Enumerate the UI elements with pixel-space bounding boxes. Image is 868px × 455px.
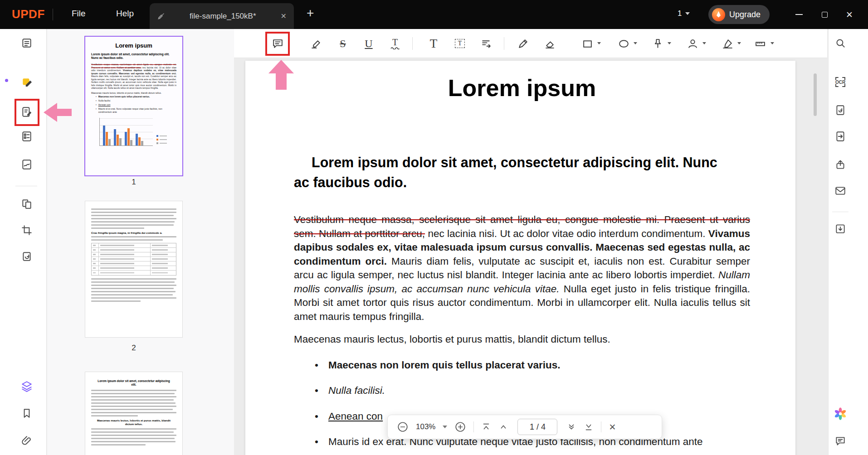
signature-dropdown[interactable] [737,42,741,44]
organize-pages-button[interactable] [19,196,35,212]
page-refresh-button[interactable] [832,102,848,118]
rail-divider [832,212,848,212]
squiggly-underline-tool[interactable]: T [386,35,404,52]
document-title: Lorem ipsum [294,74,750,102]
document-scrollbar[interactable] [814,73,817,116]
titlebar-divider [53,9,53,20]
eraser-icon [544,38,556,49]
zoom-level: 103% [416,422,435,431]
window-count-dropdown[interactable]: 1 [678,9,690,18]
last-page-button[interactable] [584,422,594,432]
document-heading: Lorem ipsum dolor sit amet, consectetur … [294,152,720,192]
minimize-icon [795,14,803,15]
close-window-button[interactable]: ✕ [841,8,858,21]
text-comment-tool[interactable]: T [425,35,442,52]
edit-disabled-icon [157,12,165,20]
first-page-button[interactable] [481,422,491,432]
feedback-chat-button[interactable] [832,433,848,449]
thumb-table-row [92,243,176,248]
maximize-button[interactable] [816,8,833,21]
ai-assistant-button[interactable] [832,406,848,422]
text-box-tool[interactable]: T [451,35,468,52]
underline-icon: U [365,38,372,50]
thumbnail-page-3[interactable]: Lorem ipsum dolor sit amet, consectetur … [85,372,183,455]
thumb-table-row [92,266,176,271]
mail-icon [834,185,846,197]
comment-mode-button[interactable] [19,74,35,91]
page-arrow-icon [834,131,846,142]
stamp-dropdown[interactable] [702,42,706,44]
share-button[interactable] [832,156,848,173]
typewriter-tool[interactable] [478,35,495,52]
forms-icon [21,131,33,142]
chevron-up-icon [498,422,508,432]
page-refresh-icon [834,104,846,116]
ellipse-dropdown[interactable] [634,42,637,44]
page-indicator[interactable]: 1 / 4 [517,419,557,435]
forms-button[interactable] [19,128,35,145]
thumb-text-line [91,441,176,442]
zoom-toolbar: 103% 1 / 4 ✕ [387,415,662,439]
mail-button[interactable] [832,183,848,199]
tab-title: file-sample_150kB* [170,12,276,21]
measure-dropdown[interactable] [770,42,774,44]
highlight-tool[interactable] [307,35,325,52]
zoom-in-button[interactable] [454,421,466,433]
ellipse-tool[interactable] [615,35,632,52]
page-up-button[interactable] [498,422,508,432]
zoom-dropdown[interactable] [443,426,447,428]
thumbnail-page-2[interactable]: Cras fringilla ipsum magna, in fringilla… [85,201,183,338]
layers-button[interactable] [19,378,35,394]
comment-marker-icon [21,77,33,88]
zoom-in-icon [454,421,466,433]
save-button[interactable] [832,221,848,237]
document-viewport: Lorem ipsum Lorem ipsum dolor sit amet, … [234,58,827,455]
crop-button[interactable] [19,222,35,238]
thumb-text-line [91,212,176,213]
bookmark-button[interactable] [19,405,35,421]
zoom-out-button[interactable] [397,421,409,433]
tab-close-icon[interactable]: ✕ [281,12,287,20]
thumb1-paragraph2: Maecenas mauris lectus, lobortis et puru… [91,92,176,95]
strikethrough-tool[interactable]: S [334,35,351,52]
reader-mode-button[interactable] [19,35,35,51]
eraser-tool[interactable] [541,35,558,52]
attachment-button[interactable] [19,433,35,449]
signature-page-icon [21,159,33,170]
thumbnail-page-1[interactable]: Lorem ipsum Lorem ipsum dolor sit amet, … [84,36,183,176]
thumb3-text-block [91,428,176,445]
new-tab-button[interactable]: + [307,6,314,20]
pin-tool[interactable] [649,35,666,52]
thumb-text-line [91,215,174,216]
rectangle-tool[interactable] [579,35,596,52]
chat-bubble-icon [834,435,846,447]
strikethrough-icon: S [340,38,346,50]
highlighter-icon [311,38,322,49]
upgrade-button[interactable]: Upgrade [708,5,770,24]
signature-tool[interactable] [719,35,736,52]
zoombar-close-button[interactable]: ✕ [609,422,616,432]
stamp-tool[interactable] [684,35,701,52]
underline-tool[interactable]: U [360,35,377,52]
thumb2-heading: Cras fringilla ipsum magna, in fringilla… [91,232,176,234]
pencil-tool[interactable] [514,35,532,52]
thumb-text-line [91,428,176,430]
thumb-text-line [91,208,176,210]
pin-dropdown[interactable] [668,42,671,44]
ocr-button[interactable]: OCR [832,74,848,90]
ruler-icon [755,38,766,49]
menu-file[interactable]: File [72,9,86,19]
rectangle-dropdown[interactable] [597,42,601,44]
thumb-text-line [91,228,144,229]
sign-button[interactable] [19,156,35,173]
page-export-button[interactable] [832,128,848,145]
page-down-button[interactable] [566,422,576,432]
measure-tool[interactable] [751,35,769,52]
document-tab[interactable]: file-sample_150kB* ✕ [150,3,294,29]
minimize-button[interactable] [791,8,807,21]
search-button[interactable] [832,35,848,51]
thumb-text-line [91,399,174,401]
menu-help[interactable]: Help [116,9,134,19]
convert-button[interactable] [19,248,35,265]
bullet-item: •Nulla facilisi. [294,384,750,398]
